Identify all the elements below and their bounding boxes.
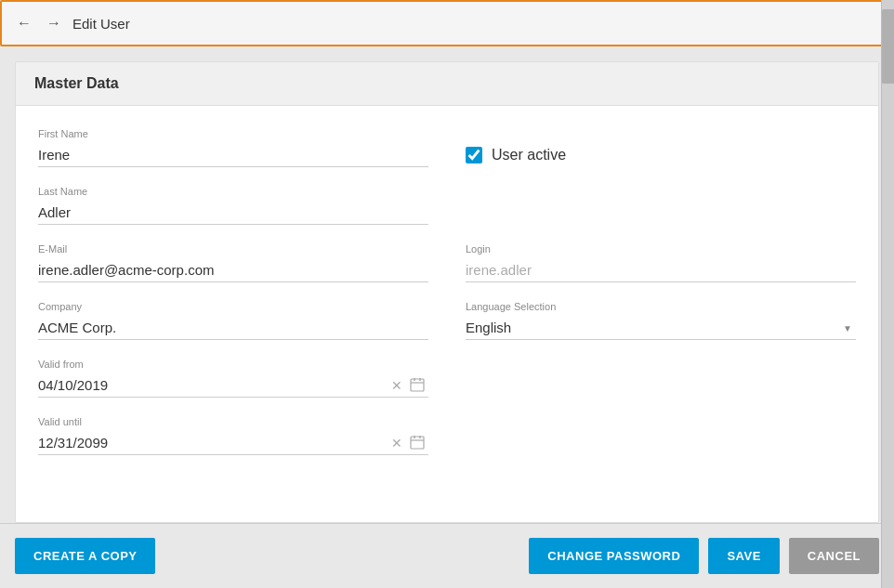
header-bar: ← → Edit User [0,0,894,46]
footer-left: CREATE A COPY [15,538,155,574]
valid-until-wrapper: ✕ [38,431,428,455]
login-label: Login [466,243,856,255]
spacer-field-3 [466,416,856,455]
section-header: Master Data [16,62,878,106]
language-select[interactable]: English German French Spanish [466,316,856,340]
section-card: Master Data First Name Use [15,61,879,523]
valid-from-calendar-button[interactable] [406,375,428,396]
user-active-area: User active [466,147,856,163]
section-body: First Name User active Last [16,106,878,522]
valid-until-calendar-button[interactable] [406,433,428,453]
last-name-label: Last Name [38,186,428,197]
company-input[interactable] [38,316,428,340]
user-active-checkbox[interactable] [466,147,482,163]
language-field: Language Selection English German French… [466,301,856,340]
page-wrapper: ← → Edit User Master Data First Name [0,0,894,588]
valid-until-input[interactable] [38,431,388,454]
spacer-field-2 [466,359,856,398]
right-scrollbar[interactable] [881,46,894,523]
change-password-button[interactable]: CHANGE PASSWORD [529,538,699,574]
valid-until-clear-button[interactable]: ✕ [388,435,406,451]
valid-from-label: Valid from [38,359,428,370]
valid-from-wrapper: ✕ [38,373,428,398]
first-name-input[interactable] [38,143,428,167]
login-input [466,258,856,282]
page-title: Edit User [72,16,130,32]
email-label: E-Mail [38,243,428,255]
save-button[interactable]: SAVE [708,538,779,574]
svg-rect-4 [411,437,424,449]
valid-from-field: Valid from ✕ [38,359,428,398]
email-field: E-Mail [38,243,428,282]
svg-rect-0 [411,379,424,391]
cancel-button[interactable]: CANCEL [789,538,879,574]
scrollbar-thumb[interactable] [882,46,894,84]
email-input[interactable] [38,258,428,282]
first-name-label: First Name [38,128,428,139]
first-name-field: First Name [38,128,428,167]
create-copy-button[interactable]: CREATE A COPY [15,538,155,574]
form-grid: First Name User active Last [38,128,856,474]
footer-right: CHANGE PASSWORD SAVE CANCEL [529,538,879,574]
valid-from-clear-button[interactable]: ✕ [388,377,406,394]
valid-until-field: Valid until ✕ [38,416,428,455]
language-label: Language Selection [466,301,856,312]
last-name-input[interactable] [38,201,428,225]
back-arrow-button[interactable]: ← [13,13,35,33]
language-select-wrapper: English German French Spanish [466,316,856,340]
login-field: Login [466,243,856,282]
valid-until-label: Valid until [38,416,428,427]
valid-from-input[interactable] [38,373,388,397]
company-label: Company [38,301,428,312]
company-field: Company [38,301,428,340]
user-active-label: User active [492,147,566,163]
footer-bar: CREATE A COPY CHANGE PASSWORD SAVE CANCE… [0,523,894,588]
last-name-field: Last Name [38,186,428,225]
spacer-field [466,186,856,225]
user-active-field: User active [466,128,856,167]
forward-arrow-button[interactable]: → [43,13,65,33]
